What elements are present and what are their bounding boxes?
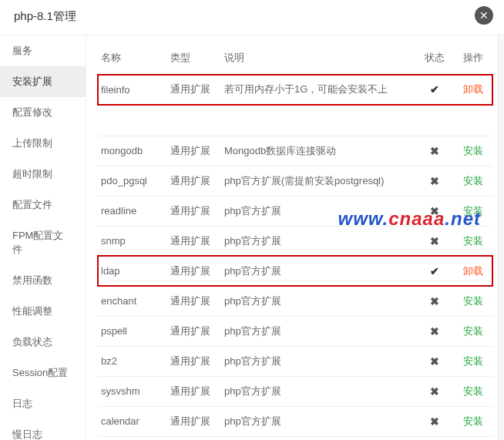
sidebar-item-2[interactable]: 配置修改	[0, 97, 86, 128]
cross-icon: ✖	[430, 145, 439, 157]
install-link[interactable]: 安装	[463, 145, 483, 156]
cell-action: 卸载	[454, 256, 492, 286]
close-button[interactable]: ✕	[475, 6, 493, 25]
table-row: readline通用扩展php官方扩展✖安装	[98, 196, 492, 226]
th-action: 操作	[454, 43, 492, 75]
cell-type: 通用扩展	[167, 346, 221, 376]
check-icon: ✔	[430, 265, 439, 277]
cell-desc: 若可用内存小于1G，可能会安装不上	[221, 75, 415, 105]
cell-status: ✖	[415, 166, 454, 196]
cell-status: ✖	[415, 316, 454, 346]
cell-type: 通用扩展	[167, 316, 221, 346]
sidebar-item-0[interactable]: 服务	[0, 35, 86, 66]
th-status: 状态	[415, 43, 454, 75]
cell-name: sysvshm	[98, 376, 167, 406]
install-link[interactable]: 安装	[463, 175, 483, 186]
cell-status: ✖	[415, 196, 454, 226]
table-row: enchant通用扩展php官方扩展✖安装	[98, 286, 492, 316]
cell-desc: php官方扩展	[221, 286, 415, 316]
cell-desc: Mongodb数据库连接驱动	[221, 136, 415, 166]
sidebar-item-8[interactable]: 性能调整	[0, 296, 86, 327]
sidebar-item-1[interactable]: 安装扩展	[0, 66, 86, 97]
cell-action: 安装	[454, 436, 492, 440]
cell-action: 安装	[454, 286, 492, 316]
table-header-row: 名称 类型 说明 状态 操作	[98, 43, 492, 75]
cell-type: 通用扩展	[167, 286, 221, 316]
cell-name: mongodb	[98, 136, 167, 166]
cell-desc: php官方扩展	[221, 436, 415, 440]
uninstall-link[interactable]: 卸载	[463, 83, 483, 95]
cell-type: 通用扩展	[167, 436, 221, 440]
cell-status: ✔	[415, 256, 454, 286]
window-header: php-8.1管理 ✕	[0, 0, 504, 35]
install-link[interactable]: 安装	[463, 415, 483, 427]
cell-status: ✖	[415, 136, 454, 166]
table-row: mongodb通用扩展Mongodb数据库连接驱动✖安装	[98, 136, 492, 166]
cross-icon: ✖	[430, 325, 439, 338]
cell-desc: php官方扩展	[221, 376, 415, 406]
cell-name: gmp	[98, 436, 167, 440]
cross-icon: ✖	[430, 385, 439, 398]
cell-status: ✖	[415, 226, 454, 256]
cell-desc: php官方扩展(需提前安装postgresql)	[221, 166, 415, 196]
install-link[interactable]: 安装	[463, 295, 483, 307]
sidebar-item-3[interactable]: 上传限制	[0, 128, 86, 159]
cell-action: 安装	[454, 376, 492, 406]
cell-name: fileinfo	[98, 75, 167, 105]
close-icon: ✕	[479, 9, 489, 22]
cell-status: ✔	[415, 75, 454, 105]
main-content: 名称 类型 说明 状态 操作 fileinfo通用扩展若可用内存小于1G，可能会…	[86, 35, 504, 440]
cell-desc: php官方扩展	[221, 316, 415, 346]
cell-type: 通用扩展	[167, 196, 221, 226]
sidebar: 服务安装扩展配置修改上传限制超时限制配置文件FPM配置文件禁用函数性能调整负载状…	[0, 35, 86, 440]
sidebar-item-11[interactable]: 日志	[0, 388, 86, 419]
cross-icon: ✖	[430, 205, 439, 217]
cell-desc: php官方扩展	[221, 346, 415, 376]
table-row: snmp通用扩展php官方扩展✖安装	[98, 226, 492, 256]
th-name: 名称	[98, 43, 167, 75]
table-row: fileinfo通用扩展若可用内存小于1G，可能会安装不上✔卸载	[98, 75, 492, 105]
cell-type: 通用扩展	[167, 256, 221, 286]
cell-type: 通用扩展	[167, 136, 221, 166]
cell-type: 通用扩展	[167, 166, 221, 196]
cell-desc: php官方扩展	[221, 226, 415, 256]
cell-desc: php官方扩展	[221, 256, 415, 286]
sidebar-item-12[interactable]: 慢日志	[0, 419, 86, 440]
sidebar-item-9[interactable]: 负载状态	[0, 327, 86, 358]
table-row: sysvshm通用扩展php官方扩展✖安装	[98, 376, 492, 406]
install-link[interactable]: 安装	[463, 325, 483, 337]
cell-name: snmp	[98, 226, 167, 256]
table-row: gmp通用扩展php官方扩展✖安装	[98, 436, 492, 440]
cell-type: 通用扩展	[167, 226, 221, 256]
extensions-table: 名称 类型 说明 状态 操作 fileinfo通用扩展若可用内存小于1G，可能会…	[98, 43, 492, 105]
sidebar-item-6[interactable]: FPM配置文件	[0, 220, 86, 265]
table-row: bz2通用扩展php官方扩展✖安装	[98, 346, 492, 376]
cell-action: 安装	[454, 166, 492, 196]
cell-type: 通用扩展	[167, 406, 221, 436]
cell-desc: php官方扩展	[221, 406, 415, 436]
cell-name: bz2	[98, 346, 167, 376]
sidebar-item-5[interactable]: 配置文件	[0, 190, 86, 220]
cell-action: 安装	[454, 226, 492, 256]
table-row: pspell通用扩展php官方扩展✖安装	[98, 316, 492, 346]
sidebar-item-7[interactable]: 禁用函数	[0, 265, 86, 296]
cell-status: ✖	[415, 436, 454, 440]
sidebar-item-4[interactable]: 超时限制	[0, 159, 86, 190]
install-link[interactable]: 安装	[463, 235, 483, 247]
install-link[interactable]: 安装	[463, 205, 483, 217]
cell-action: 安装	[454, 136, 492, 166]
cell-action: 安装	[454, 346, 492, 376]
scroll-gap	[98, 105, 492, 136]
sidebar-item-10[interactable]: Session配置	[0, 358, 86, 388]
uninstall-link[interactable]: 卸载	[463, 265, 483, 277]
table-row: ldap通用扩展php官方扩展✔卸载	[98, 256, 492, 286]
install-link[interactable]: 安装	[463, 385, 483, 397]
cell-name: readline	[98, 196, 167, 226]
cell-type: 通用扩展	[167, 376, 221, 406]
cell-status: ✖	[415, 286, 454, 316]
cell-action: 卸载	[454, 75, 492, 105]
install-link[interactable]: 安装	[463, 355, 483, 367]
cell-name: ldap	[98, 256, 167, 286]
cell-status: ✖	[415, 376, 454, 406]
cell-name: calendar	[98, 406, 167, 436]
